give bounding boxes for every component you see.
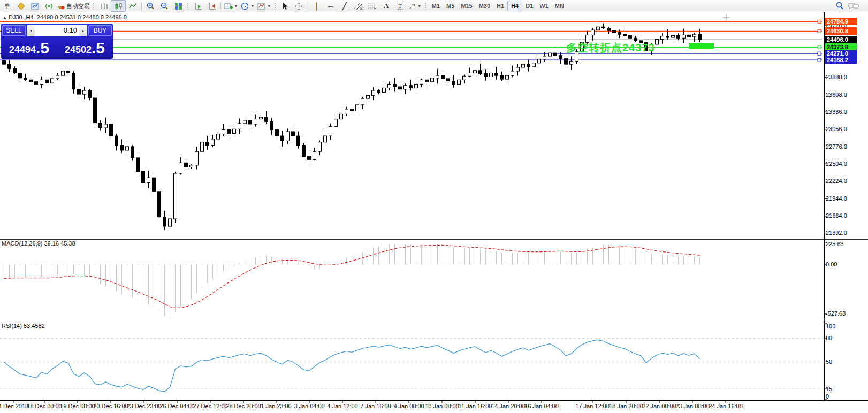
candle-body	[222, 129, 225, 134]
indicators-icon[interactable]: ▼	[223, 1, 239, 11]
collapse-marker-icon[interactable]: ▲	[3, 16, 7, 20]
timeframe-m5[interactable]: M5	[443, 1, 458, 11]
signals-icon[interactable]	[42, 1, 56, 11]
auto-scroll-icon[interactable]	[191, 1, 205, 11]
ask-price[interactable]: 24502.5	[58, 37, 112, 57]
bid-price[interactable]: 24494.5	[2, 37, 56, 57]
line-endpoint-marker[interactable]	[818, 58, 821, 62]
candle-body	[24, 78, 27, 80]
symbol-period: DJ30-,H4	[9, 14, 33, 20]
price-tick-label: 22224.0	[826, 178, 847, 184]
equidistant-channel-tool-icon[interactable]: E	[352, 1, 366, 11]
candle-body	[522, 64, 525, 67]
line-endpoint-marker[interactable]	[818, 29, 821, 33]
candle-body	[351, 109, 354, 111]
volume-decrease-button[interactable]: ▼	[27, 25, 35, 36]
candle-body	[340, 114, 343, 119]
toolbar-grip[interactable]	[274, 2, 277, 10]
timeframe-m1[interactable]: M1	[429, 1, 443, 11]
bar-chart-icon[interactable]	[97, 1, 111, 11]
trendline-tool-icon[interactable]: ╱	[338, 1, 352, 11]
crosshair-tool-icon[interactable]	[292, 1, 306, 11]
candle-body	[618, 33, 621, 34]
chat-icon[interactable]	[847, 1, 861, 11]
buy-button[interactable]: BUY	[88, 25, 112, 36]
timeframe-m15[interactable]: M15	[458, 1, 475, 11]
candle-body	[345, 109, 348, 114]
timeframe-d1[interactable]: D1	[522, 1, 536, 11]
candle-body	[500, 75, 504, 79]
search-icon[interactable]	[833, 1, 847, 11]
pivot-annotation-label[interactable]: 多空转折点24373	[566, 41, 655, 55]
text-label-tool-icon[interactable]: T	[393, 1, 407, 11]
candle-body	[276, 129, 279, 136]
timeframe-mn[interactable]: MN	[552, 1, 567, 11]
vertical-line-tool-icon[interactable]: │	[310, 1, 324, 11]
candle-body	[693, 34, 696, 37]
candle-body	[45, 80, 49, 83]
candle-body	[452, 81, 455, 85]
line-endpoint-marker[interactable]	[818, 45, 821, 49]
volume-increase-button[interactable]: ▲	[79, 25, 87, 36]
timeframe-m30[interactable]: M30	[476, 1, 493, 11]
candle-body	[254, 119, 257, 124]
timeframe-h1[interactable]: H1	[493, 1, 507, 11]
candle-body	[377, 90, 380, 92]
zoom-in-icon[interactable]	[143, 1, 157, 11]
dropdown-arrow-icon: ▼	[267, 4, 271, 9]
cursor-tool-icon[interactable]	[278, 1, 292, 11]
candle-body	[217, 134, 220, 139]
periods-icon[interactable]: ▼	[239, 1, 256, 11]
new-order-icon[interactable]	[14, 1, 28, 11]
toolbar-grip[interactable]	[187, 2, 189, 10]
toolbar-grip[interactable]	[93, 2, 95, 10]
candle-body	[393, 84, 397, 87]
price-level-badge: 24496.0	[825, 36, 857, 43]
price-axis[interactable]: 24720.023888.023608.023336.023056.022776…	[825, 0, 868, 413]
candle-body	[361, 98, 364, 105]
timeframe-w1[interactable]: W1	[536, 1, 552, 11]
fibonacci-tool-icon[interactable]: F	[366, 1, 379, 11]
candle-body	[623, 34, 627, 35]
candle-body	[35, 82, 38, 85]
tile-windows-icon[interactable]	[171, 1, 185, 11]
chart-shift-icon[interactable]	[205, 1, 219, 11]
svg-text:F: F	[374, 6, 376, 10]
sell-button[interactable]: SELL	[2, 25, 26, 36]
time-tick-label: 16 Jan 04:00	[517, 403, 566, 409]
zoom-out-icon[interactable]	[157, 1, 171, 11]
time-axis[interactable]: 4 Dec 201818 Dec 00:0019 Dec 08:0020 Dec…	[0, 403, 868, 413]
macd-pane-divider[interactable]	[0, 236, 868, 240]
candle-body	[388, 84, 391, 88]
templates-icon[interactable]: ▼	[256, 1, 272, 11]
rsi-tick-label: 100	[826, 323, 835, 330]
candle-body	[607, 28, 611, 31]
line-endpoint-marker[interactable]	[818, 52, 821, 55]
mt4-window: 单 自动交易 ▼ ▼ ▼ │ ─ ╱ E F A T ▼	[0, 0, 868, 413]
candle-body	[597, 27, 600, 30]
candle-body	[629, 36, 632, 39]
pivot-highlight-box[interactable]	[689, 43, 714, 49]
horizontal-line-tool-icon[interactable]: ─	[324, 1, 338, 11]
timeframe-h4[interactable]: H4	[507, 1, 522, 11]
auto-trading-button[interactable]: 自动交易	[56, 1, 91, 11]
macd-signal-line	[4, 245, 700, 308]
text-tool-icon[interactable]: A	[379, 1, 393, 11]
candle-body	[420, 80, 423, 84]
svg-text:E: E	[360, 6, 363, 10]
chart-area[interactable]	[0, 0, 868, 413]
rsi-pane-divider[interactable]	[0, 319, 868, 322]
candlestick-chart-icon[interactable]	[111, 0, 126, 12]
candle-body	[474, 71, 477, 73]
line-endpoint-marker[interactable]	[818, 20, 821, 23]
line-chart-icon[interactable]	[126, 1, 140, 11]
market-watch-icon[interactable]	[28, 1, 42, 11]
volume-input[interactable]: 0.10	[35, 25, 79, 36]
candle-body	[441, 75, 445, 79]
candle-body	[367, 95, 370, 98]
toolbar-grip[interactable]	[424, 2, 427, 10]
price-tick-label: 21944.0	[826, 195, 847, 202]
new-order-button[interactable]: 单	[0, 1, 14, 11]
arrows-tool-icon[interactable]: ▼	[407, 1, 423, 11]
price-level-badge: 24630.8	[825, 27, 857, 35]
